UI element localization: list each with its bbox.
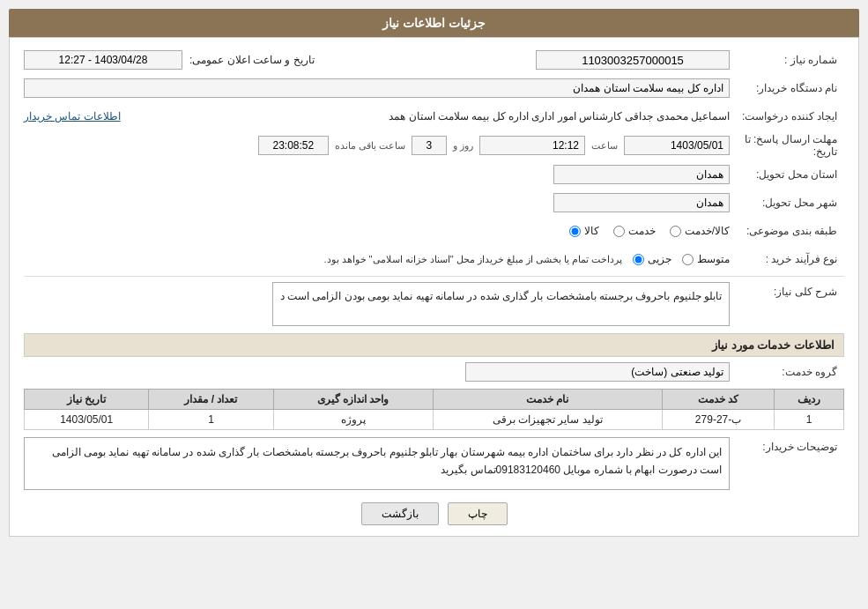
category-khadamat-option[interactable]: خدمت: [613, 225, 656, 237]
service-group-label: گروه خدمت:: [730, 366, 844, 378]
org-name-label: نام دستگاه خریدار:: [730, 82, 844, 94]
back-button[interactable]: بازگشت: [361, 502, 439, 525]
announce-date-input[interactable]: [24, 50, 182, 70]
need-number-input[interactable]: [536, 50, 730, 70]
buyer-notes-row: توضیحات خریدار: این اداره کل در نظر دارد…: [24, 437, 844, 490]
need-number-row: شماره نیاز : تاریخ و ساعت اعلان عمومی:: [24, 48, 844, 71]
table-row: 1ب-27-279تولید سایر تجهیزات برقیپروژه114…: [25, 410, 844, 430]
purchase-motavaset-radio[interactable]: [682, 254, 694, 265]
category-kala-option[interactable]: کالا: [569, 225, 599, 237]
province-row: استان محل تحویل:: [24, 163, 844, 186]
buyer-notes-label: توضیحات خریدار:: [730, 437, 844, 453]
category-kala-khadamat-radio[interactable]: [670, 226, 681, 237]
purchase-jozii-label: جزیی: [648, 253, 671, 265]
deadline-label: مهلت ارسال پاسخ: تا تاریخ:: [730, 133, 844, 158]
deadline-day-label: روز و: [453, 140, 473, 152]
services-table: ردیف کد خدمت نام خدمت واحد اندازه گیری ت…: [24, 389, 844, 430]
deadline-day-input[interactable]: [412, 136, 447, 155]
buttons-row: چاپ بازگشت: [24, 502, 844, 525]
col-service-name: نام خدمت: [433, 390, 662, 410]
category-khadamat-radio[interactable]: [613, 226, 625, 237]
table-cell-unit: پروژه: [273, 410, 433, 430]
category-label: طبقه بندی موضوعی:: [730, 225, 844, 237]
purchase-motavaset-option[interactable]: متوسط: [682, 253, 730, 265]
province-label: استان محل تحویل:: [730, 168, 844, 181]
contact-link[interactable]: اطلاعات تماس خریدار: [24, 110, 121, 123]
divider-1: [24, 276, 844, 277]
description-label: شرح کلی نیاز:: [730, 282, 844, 298]
service-group-input[interactable]: [465, 362, 730, 382]
table-cell-quantity: 1: [149, 410, 273, 430]
org-name-row: نام دستگاه خریدار:: [24, 77, 844, 100]
category-kala-radio[interactable]: [569, 226, 581, 237]
purchase-motavaset-label: متوسط: [697, 253, 730, 265]
purchase-type-label: نوع فرآیند خرید :: [730, 253, 844, 265]
creator-name: اسماعیل محمدی جداقی کارشناس امور اداری ا…: [128, 110, 730, 123]
deadline-remaining-label: ساعت باقی مانده: [335, 140, 405, 152]
page-header: جزئیات اطلاعات نیاز: [9, 9, 859, 37]
description-value: تابلو جلنیوم باحروف برجسته بامشخصات بار …: [280, 290, 722, 302]
deadline-time-label: ساعت: [591, 140, 618, 152]
city-label: شهر محل تحویل:: [730, 197, 844, 209]
province-input[interactable]: [553, 165, 730, 184]
table-cell-code: ب-27-279: [662, 410, 774, 430]
announce-date-label: تاریخ و ساعت اعلان عمومی:: [189, 54, 315, 66]
org-name-input[interactable]: [24, 78, 730, 98]
category-kala-label: کالا: [584, 225, 599, 237]
creator-label: ایجاد کننده درخواست:: [730, 110, 844, 123]
col-row-num: ردیف: [775, 390, 844, 410]
purchase-type-row: نوع فرآیند خرید : متوسط جزیی پرداخت تمام…: [24, 248, 844, 271]
category-kala-khadamat-option[interactable]: کالا/خدمت: [670, 225, 730, 237]
deadline-time-input[interactable]: [479, 136, 585, 155]
need-number-label: شماره نیاز :: [730, 54, 844, 66]
buyer-notes-value: این اداره کل در نظر دارد برای ساختمان اد…: [52, 446, 722, 476]
category-kala-khadamat-label: کالا/خدمت: [685, 225, 730, 237]
deadline-date-input[interactable]: [624, 136, 730, 155]
service-info-header: اطلاعات خدمات مورد نیاز: [24, 333, 844, 357]
page-title: جزئیات اطلاعات نیاز: [382, 16, 486, 30]
table-cell-row: 1: [775, 410, 844, 430]
col-unit: واحد اندازه گیری: [273, 390, 433, 410]
col-service-code: کد خدمت: [662, 390, 774, 410]
deadline-row: مهلت ارسال پاسخ: تا تاریخ: ساعت روز و سا…: [24, 133, 844, 158]
services-table-container: ردیف کد خدمت نام خدمت واحد اندازه گیری ت…: [24, 389, 844, 430]
table-cell-date: 1403/05/01: [25, 410, 149, 430]
col-date: تاریخ نیاز: [25, 390, 149, 410]
city-row: شهر محل تحویل:: [24, 191, 844, 214]
col-quantity: تعداد / مقدار: [149, 390, 273, 410]
table-cell-name: تولید سایر تجهیزات برقی: [433, 410, 662, 430]
buyer-notes-box: این اداره کل در نظر دارد برای ساختمان اد…: [24, 437, 730, 490]
deadline-remaining-input[interactable]: [258, 136, 329, 155]
purchase-info-text: پرداخت تمام یا بخشی از مبلغ خریداز محل "…: [323, 254, 622, 265]
service-group-row: گروه خدمت:: [24, 362, 844, 382]
purchase-jozii-option[interactable]: جزیی: [633, 253, 671, 265]
creator-row: ایجاد کننده درخواست: اسماعیل محمدی جداقی…: [24, 105, 844, 128]
purchase-jozii-radio[interactable]: [633, 254, 644, 265]
city-input[interactable]: [553, 193, 730, 212]
category-khadamat-label: خدمت: [628, 225, 656, 237]
description-box: تابلو جلنیوم باحروف برجسته بامشخصات بار …: [272, 282, 730, 326]
category-row: طبقه بندی موضوعی: کالا/خدمت خدمت کالا: [24, 219, 844, 242]
description-row: شرح کلی نیاز: تابلو جلنیوم باحروف برجسته…: [24, 282, 844, 326]
print-button[interactable]: چاپ: [448, 502, 508, 525]
